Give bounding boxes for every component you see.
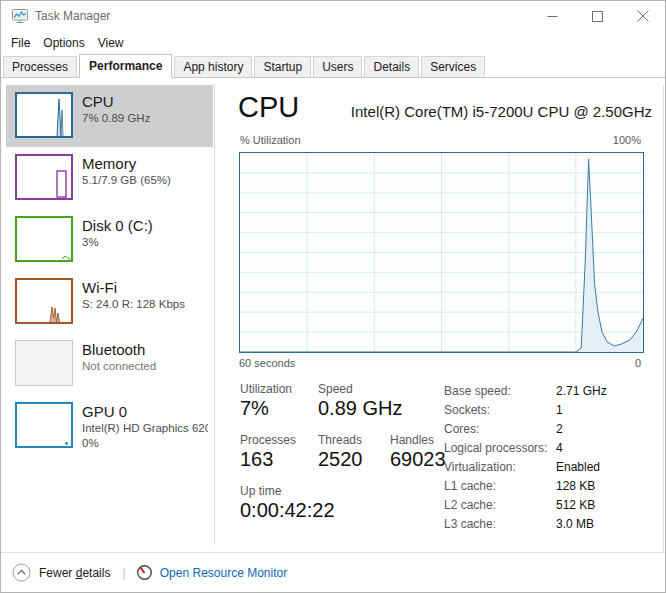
- tab-processes[interactable]: Processes: [3, 56, 77, 77]
- l3-cache-label: L3 cache:: [444, 515, 556, 534]
- menu-file[interactable]: File: [11, 34, 37, 52]
- handles-label: Handles: [390, 433, 434, 447]
- minimize-button[interactable]: [530, 1, 575, 31]
- sidebar-item-bluetooth[interactable]: Bluetooth Not connected: [6, 333, 213, 395]
- performance-sidebar: CPU 7% 0.89 GHz Memory 5.1/7.9 GB (65%): [6, 85, 213, 457]
- speed-label: Speed: [318, 382, 353, 396]
- chart-y-axis-label: % Utilization: [240, 134, 301, 146]
- detail-row: Logical processors:4: [444, 439, 654, 458]
- tab-strip: Processes Performance App history Startu…: [1, 56, 665, 78]
- right-scroll-edge: [663, 85, 664, 553]
- cpu-details-block: Base speed:2.71 GHz Sockets:1 Cores:2 Lo…: [444, 382, 654, 534]
- sidebar-gpu-subtitle2: 0%: [82, 436, 208, 451]
- maximize-button[interactable]: [575, 1, 620, 31]
- cpu-stats-block: Utilization Speed 7% 0.89 GHz Processes …: [240, 382, 440, 532]
- sidebar-item-gpu[interactable]: GPU 0 Intel(R) HD Graphics 620 0%: [6, 395, 213, 457]
- sidebar-item-disk[interactable]: Disk 0 (C:) 3%: [6, 209, 213, 271]
- open-resource-monitor-link[interactable]: Open Resource Monitor: [136, 564, 287, 581]
- utilization-label: Utilization: [240, 382, 292, 396]
- sockets-value: 1: [556, 401, 563, 420]
- cpu-utilization-chart: [239, 152, 644, 353]
- sidebar-item-memory[interactable]: Memory 5.1/7.9 GB (65%): [6, 147, 213, 209]
- window-title: Task Manager: [35, 9, 110, 23]
- l2-cache-value: 512 KB: [556, 496, 595, 515]
- sidebar-disk-title: Disk 0 (C:): [82, 217, 208, 235]
- sidebar-cpu-title: CPU: [82, 93, 208, 111]
- tab-startup[interactable]: Startup: [254, 56, 311, 77]
- cpu-model-name: Intel(R) Core(TM) i5-7200U CPU @ 2.50GHz: [331, 103, 652, 120]
- bluetooth-mini-chart: [15, 340, 73, 386]
- l3-cache-value: 3.0 MB: [556, 515, 594, 534]
- speed-value: 0.89 GHz: [318, 397, 402, 420]
- resource-monitor-icon: [136, 564, 153, 581]
- sidebar-bluetooth-title: Bluetooth: [82, 341, 208, 359]
- menu-options[interactable]: Options: [43, 34, 91, 52]
- detail-row: L1 cache:128 KB: [444, 477, 654, 496]
- detail-row: L3 cache:3.0 MB: [444, 515, 654, 534]
- sidebar-gpu-title: GPU 0: [82, 403, 208, 421]
- uptime-label: Up time: [240, 484, 281, 498]
- cpu-mini-chart: [15, 92, 73, 138]
- fewer-details-label: Fewer details: [39, 566, 110, 580]
- logical-processors-label: Logical processors:: [444, 439, 556, 458]
- tab-services[interactable]: Services: [421, 56, 485, 77]
- detail-row: Cores:2: [444, 420, 654, 439]
- pane-divider: [214, 85, 215, 545]
- utilization-value: 7%: [240, 397, 269, 420]
- l1-cache-value: 128 KB: [556, 477, 595, 496]
- base-speed-value: 2.71 GHz: [556, 382, 607, 401]
- maximize-icon: [592, 11, 603, 22]
- tab-performance[interactable]: Performance: [79, 54, 172, 78]
- wifi-mini-chart: [15, 278, 73, 324]
- sidebar-memory-subtitle: 5.1/7.9 GB (65%): [82, 173, 208, 188]
- virtualization-label: Virtualization:: [444, 458, 556, 477]
- open-resource-monitor-label: Open Resource Monitor: [160, 566, 287, 580]
- chart-x-axis-left-label: 60 seconds: [239, 357, 295, 369]
- detail-row: Base speed:2.71 GHz: [444, 382, 654, 401]
- page-title: CPU: [238, 91, 299, 124]
- footer-bar: Fewer details | Open Resource Monitor: [1, 552, 665, 592]
- sidebar-item-wifi[interactable]: Wi-Fi S: 24.0 R: 128 Kbps: [6, 271, 213, 333]
- uptime-value: 0:00:42:22: [240, 499, 335, 522]
- chart-x-axis-right-label: 0: [441, 357, 641, 369]
- sidebar-cpu-subtitle: 7% 0.89 GHz: [82, 111, 208, 126]
- detail-row: Virtualization:Enabled: [444, 458, 654, 477]
- menu-view[interactable]: View: [98, 34, 131, 52]
- virtualization-value: Enabled: [556, 458, 600, 477]
- close-icon: [637, 10, 649, 22]
- menu-bar: File Options View: [1, 31, 665, 55]
- task-manager-window: Task Manager File Options View Processes…: [0, 0, 666, 593]
- title-bar: Task Manager: [1, 1, 665, 31]
- threads-value: 2520: [318, 448, 363, 471]
- threads-label: Threads: [318, 433, 362, 447]
- memory-mini-chart: [15, 154, 73, 200]
- handles-value: 69023: [390, 448, 446, 471]
- detail-row: Sockets:1: [444, 401, 654, 420]
- window-controls: [530, 1, 665, 31]
- sidebar-memory-title: Memory: [82, 155, 208, 173]
- tab-users[interactable]: Users: [313, 56, 362, 77]
- sidebar-wifi-title: Wi-Fi: [82, 279, 208, 297]
- cores-label: Cores:: [444, 420, 556, 439]
- sidebar-item-cpu[interactable]: CPU 7% 0.89 GHz: [6, 85, 213, 147]
- gpu-mini-chart: [15, 402, 73, 448]
- processes-label: Processes: [240, 433, 296, 447]
- chart-y-max-label: 100%: [441, 134, 641, 146]
- l1-cache-label: L1 cache:: [444, 477, 556, 496]
- logical-processors-value: 4: [556, 439, 563, 458]
- sidebar-wifi-subtitle: S: 24.0 R: 128 Kbps: [82, 297, 208, 312]
- tab-details[interactable]: Details: [364, 56, 419, 77]
- minimize-icon: [547, 11, 558, 22]
- tab-app-history[interactable]: App history: [174, 56, 252, 77]
- detail-row: L2 cache:512 KB: [444, 496, 654, 515]
- processes-value: 163: [240, 448, 273, 471]
- chevron-up-circle-icon: [12, 563, 31, 582]
- sidebar-disk-subtitle: 3%: [82, 235, 208, 250]
- disk-mini-chart: [15, 216, 73, 262]
- fewer-details-button[interactable]: Fewer details: [12, 563, 110, 582]
- close-button[interactable]: [620, 1, 665, 31]
- sidebar-bluetooth-subtitle: Not connected: [82, 359, 208, 374]
- l2-cache-label: L2 cache:: [444, 496, 556, 515]
- footer-separator: |: [122, 565, 125, 580]
- sockets-label: Sockets:: [444, 401, 556, 420]
